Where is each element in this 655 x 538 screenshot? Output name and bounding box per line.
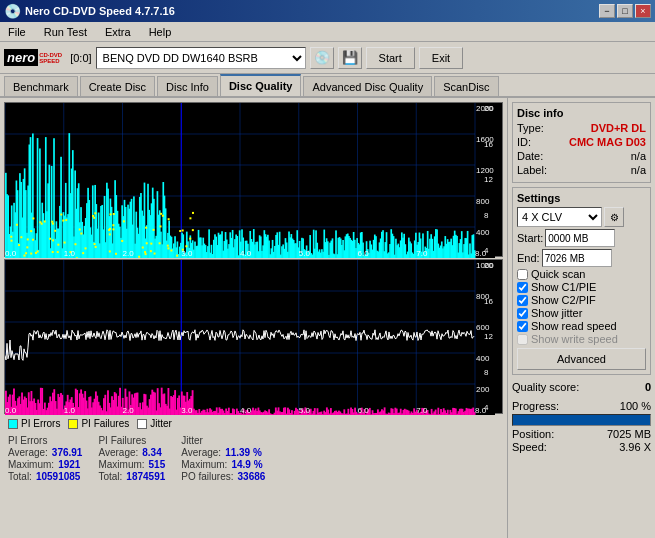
- tabs: Benchmark Create Disc Disc Info Disc Qua…: [0, 74, 655, 98]
- chart-area: 20 16 12 8 4 20 16 12 8 4 PI Errors: [0, 98, 507, 538]
- disc-date-row: Date: n/a: [517, 150, 646, 162]
- drive-select[interactable]: BENQ DVD DD DW1640 BSRB: [96, 47, 306, 69]
- disc-label: n/a: [631, 164, 646, 176]
- pi-errors-avg: 376.91: [52, 447, 83, 458]
- advanced-button[interactable]: Advanced: [517, 348, 646, 370]
- show-c2pif-row: Show C2/PIF: [517, 294, 646, 306]
- disc-icon-btn[interactable]: 💿: [310, 47, 334, 69]
- pi-errors-stats: PI Errors Average: 376.91 Maximum: 1921 …: [8, 435, 82, 482]
- tab-disc-quality[interactable]: Disc Quality: [220, 74, 302, 96]
- disc-id-row: ID: CMC MAG D03: [517, 136, 646, 148]
- speed-select[interactable]: 4 X CLV 1 X CLV 2 X CLV 8 X CLV Max: [517, 207, 602, 227]
- pi-failures-title: PI Failures: [98, 435, 146, 446]
- show-read-checkbox[interactable]: [517, 321, 528, 332]
- disc-label-row: Label: n/a: [517, 164, 646, 176]
- pi-failures-stats: PI Failures Average: 8.34 Maximum: 515 T…: [98, 435, 165, 482]
- toolbar: nero CD·DVD SPEED [0:0] BENQ DVD DD DW16…: [0, 42, 655, 74]
- app-logo: nero CD·DVD SPEED: [4, 49, 62, 66]
- menu-file[interactable]: File: [4, 24, 30, 40]
- pi-failures-chart: 20 16 12 8 4: [4, 259, 503, 414]
- disc-info-title: Disc info: [517, 107, 646, 119]
- jitter-po: 33686: [238, 471, 266, 482]
- jitter-avg: 11.39 %: [225, 447, 262, 458]
- app-icon: 💿: [4, 3, 21, 19]
- logo-subtitle2: SPEED: [39, 58, 62, 64]
- disc-type: DVD+R DL: [591, 122, 646, 134]
- jitter-color: [137, 419, 147, 429]
- tab-create-disc[interactable]: Create Disc: [80, 76, 155, 96]
- pi-failures-avg: 8.34: [142, 447, 161, 458]
- position-row: Position: 7025 MB: [512, 428, 651, 440]
- pi-errors-total: 10591085: [36, 471, 81, 482]
- disc-id: CMC MAG D03: [569, 136, 646, 148]
- jitter-stats: Jitter Average: 11.39 % Maximum: 14.9 % …: [181, 435, 265, 482]
- close-button[interactable]: ×: [635, 4, 651, 18]
- app-title: Nero CD-DVD Speed 4.7.7.16: [25, 5, 175, 17]
- pi-errors-color: [8, 419, 18, 429]
- progress-value: 100 %: [620, 400, 651, 412]
- start-input[interactable]: [545, 229, 615, 247]
- pi-failures-total: 1874591: [126, 471, 165, 482]
- tab-disc-info[interactable]: Disc Info: [157, 76, 218, 96]
- position-value: 7025 MB: [607, 428, 651, 440]
- menu-extra[interactable]: Extra: [101, 24, 135, 40]
- tab-scandisc[interactable]: ScanDisc: [434, 76, 498, 96]
- pi-errors-title: PI Errors: [8, 435, 47, 446]
- drive-label: [0:0]: [70, 52, 91, 64]
- show-write-row: Show write speed: [517, 333, 646, 345]
- start-button[interactable]: Start: [366, 47, 415, 69]
- progress-bar: [513, 415, 650, 425]
- settings-title: Settings: [517, 192, 646, 204]
- end-row: End:: [517, 249, 646, 267]
- show-read-row: Show read speed: [517, 320, 646, 332]
- save-icon-btn[interactable]: 💾: [338, 47, 362, 69]
- legend-jitter: Jitter: [137, 418, 172, 429]
- quick-scan-checkbox[interactable]: [517, 269, 528, 280]
- pi-failures-max: 515: [149, 459, 166, 470]
- maximize-button[interactable]: □: [617, 4, 633, 18]
- menu-help[interactable]: Help: [145, 24, 176, 40]
- show-jitter-checkbox[interactable]: [517, 308, 528, 319]
- quality-value: 0: [645, 381, 651, 393]
- show-jitter-row: Show jitter: [517, 307, 646, 319]
- start-row: Start:: [517, 229, 646, 247]
- quality-row: Quality score: 0: [512, 379, 651, 395]
- quick-scan-row: Quick scan: [517, 268, 646, 280]
- progress-pct-row: Progress: 100 %: [512, 400, 651, 412]
- disc-date: n/a: [631, 150, 646, 162]
- legend-pi-errors: PI Errors: [8, 418, 60, 429]
- end-input[interactable]: [542, 249, 612, 267]
- minimize-button[interactable]: −: [599, 4, 615, 18]
- jitter-max: 14.9 %: [231, 459, 262, 470]
- legend: PI Errors PI Failures Jitter: [4, 416, 503, 431]
- speed-value: 3.96 X: [619, 441, 651, 453]
- menu-runtest[interactable]: Run Test: [40, 24, 91, 40]
- show-c1pie-row: Show C1/PIE: [517, 281, 646, 293]
- pi-failures-label: PI Failures: [81, 418, 129, 429]
- show-c1pie-checkbox[interactable]: [517, 282, 528, 293]
- settings-section: Settings 4 X CLV 1 X CLV 2 X CLV 8 X CLV…: [512, 187, 651, 375]
- pi-failures-color: [68, 419, 78, 429]
- show-c2pif-checkbox[interactable]: [517, 295, 528, 306]
- tab-advanced-disc-quality[interactable]: Advanced Disc Quality: [303, 76, 432, 96]
- disc-info-section: Disc info Type: DVD+R DL ID: CMC MAG D03…: [512, 102, 651, 183]
- disc-type-row: Type: DVD+R DL: [517, 122, 646, 134]
- speed-row: Speed: 3.96 X: [512, 441, 651, 453]
- settings-icon-btn[interactable]: ⚙: [604, 207, 624, 227]
- progress-section: Progress: 100 % Position: 7025 MB Speed:…: [512, 399, 651, 454]
- stats-row: PI Errors Average: 376.91 Maximum: 1921 …: [4, 433, 503, 484]
- pi-errors-label: PI Errors: [21, 418, 60, 429]
- exit-button[interactable]: Exit: [419, 47, 463, 69]
- chart2-y-axis: 20 16 12 8 4: [484, 260, 502, 413]
- logo-text: nero: [4, 49, 38, 66]
- pi-errors-chart: 20 16 12 8 4: [4, 102, 503, 257]
- jitter-label: Jitter: [150, 418, 172, 429]
- chart1-y-axis: 20 16 12 8 4: [484, 103, 502, 256]
- show-write-checkbox[interactable]: [517, 334, 528, 345]
- tab-benchmark[interactable]: Benchmark: [4, 76, 78, 96]
- pi-errors-max: 1921: [58, 459, 80, 470]
- progress-bar-container: [512, 414, 651, 426]
- legend-pi-failures: PI Failures: [68, 418, 129, 429]
- jitter-title: Jitter: [181, 435, 203, 446]
- main-content: 20 16 12 8 4 20 16 12 8 4 PI Errors: [0, 98, 655, 538]
